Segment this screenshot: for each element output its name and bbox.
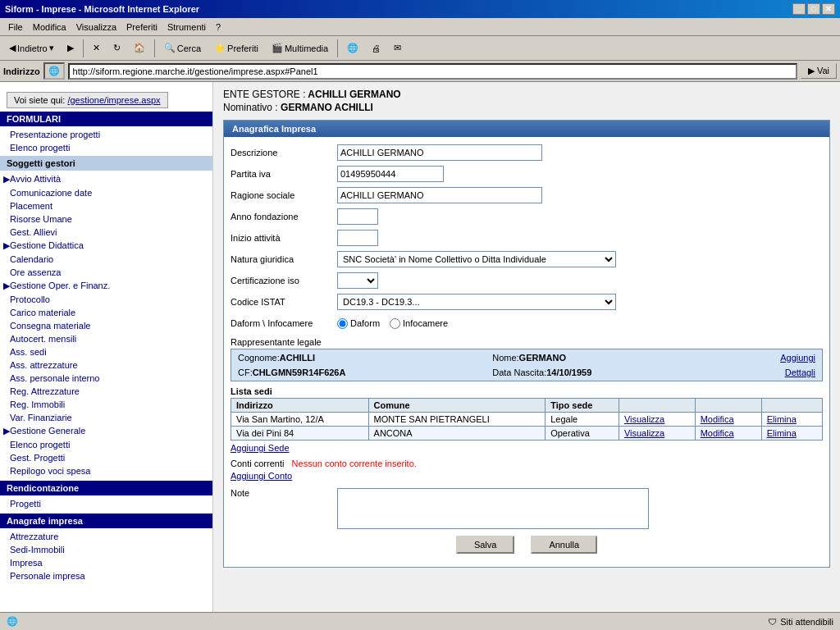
sidebar-item-gestione-generale[interactable]: ▶Gestione Generale: [0, 424, 212, 438]
sidebar-item-placement[interactable]: Placement: [0, 199, 212, 212]
print-button[interactable]: 🖨: [366, 41, 386, 56]
descrizione-input[interactable]: [337, 144, 542, 161]
menu-visualizza[interactable]: Visualizza: [71, 21, 121, 34]
sidebar-item-ore-assenza[interactable]: Ore assenza: [0, 266, 212, 279]
rep-cognome-cell: Cognome:ACHILLI: [233, 351, 486, 364]
sidebar-item-risorse[interactable]: Risorse Umane: [0, 212, 212, 226]
menu-help[interactable]: ?: [211, 21, 226, 34]
forward-button[interactable]: ▶: [62, 40, 80, 56]
sidebar-item-avvio[interactable]: ▶Avvio Attività: [0, 172, 212, 186]
menu-modifica[interactable]: Modifica: [28, 21, 71, 34]
sedi-table-body: Via San Martino, 12/A MONTE SAN PIETRANG…: [231, 413, 823, 441]
aggiungi-conto-link[interactable]: Aggiungi Conto: [231, 471, 292, 481]
visualizza-link-1[interactable]: Visualizza: [624, 414, 664, 424]
sidebar-item-ass-sedi[interactable]: Ass. sedi: [0, 345, 212, 358]
sidebar-item-ass-personale[interactable]: Ass. personale interno: [0, 372, 212, 385]
toolbar-separator: [83, 39, 84, 57]
sidebar-item-sedi-immobili[interactable]: Sedi-Immobili: [0, 543, 212, 556]
sidebar-item-carico[interactable]: Carico materiale: [0, 306, 212, 319]
minimize-button[interactable]: _: [792, 3, 806, 15]
favorites-button[interactable]: ⭐ Preferiti: [208, 40, 264, 56]
back-button[interactable]: ◀ Indietro ▾: [3, 40, 60, 56]
daform-radio-option[interactable]: Daform: [337, 318, 380, 329]
ragione-sociale-input[interactable]: [337, 187, 542, 203]
modifica-link-1[interactable]: Modifica: [701, 414, 734, 424]
address-input[interactable]: [68, 63, 797, 80]
visualizza-link-2[interactable]: Visualizza: [624, 428, 664, 438]
infocamere-radio[interactable]: [390, 318, 400, 329]
certificazione-iso-label: Certificazione iso: [231, 276, 337, 285]
sidebar-item-consegna[interactable]: Consegna materiale: [0, 319, 212, 332]
home-icon: 🏠: [134, 43, 145, 53]
sidebar-item-elenco-progetti-gen[interactable]: Elenco progetti: [0, 438, 212, 451]
toolbar: ◀ Indietro ▾ ▶ ✕ ↻ 🏠 🔍 Cerca ⭐ Preferiti…: [0, 36, 840, 61]
search-button[interactable]: 🔍 Cerca: [158, 40, 207, 56]
sidebar-item-elenco-progetti[interactable]: Elenco progetti: [0, 141, 212, 154]
daform-label: Daform \ Infocamere: [231, 318, 337, 328]
rep-aggiungi-link[interactable]: Aggiungi: [780, 353, 815, 363]
daform-radio[interactable]: [337, 318, 348, 329]
aggiungi-sede-link[interactable]: Aggiungi Sede: [231, 443, 290, 453]
sidebar-item-comunicazione[interactable]: Comunicazione date: [0, 186, 212, 199]
sidebar-item-ass-attrezzature[interactable]: Ass. attrezzature: [0, 358, 212, 372]
partita-iva-input[interactable]: [337, 166, 444, 182]
sidebar-item-progetti-rend[interactable]: Progetti: [0, 497, 212, 510]
multimedia-button[interactable]: 🎬 Multimedia: [266, 40, 334, 56]
sidebar-item-personale[interactable]: Personale impresa: [0, 569, 212, 582]
descrizione-row: Descrizione: [231, 144, 823, 162]
mail-icon: ✉: [394, 43, 401, 53]
status-zone: 🛡 Siti attendibili: [768, 617, 833, 627]
menu-preferiti[interactable]: Preferiti: [121, 21, 162, 34]
close-button[interactable]: ✕: [822, 3, 835, 15]
sidebar-item-impresa[interactable]: Impresa: [0, 556, 212, 569]
rep-dettagli-link[interactable]: Dettagli: [785, 368, 815, 377]
sidebar-item-gestione-oper[interactable]: ▶Gestione Oper. e Finanz.: [0, 279, 212, 293]
sidebar-item-allievi[interactable]: Gest. Allievi: [0, 226, 212, 239]
annulla-button[interactable]: Annulla: [531, 536, 597, 554]
refresh-button[interactable]: ↻: [107, 40, 126, 56]
menu-bar: File Modifica Visualizza Preferiti Strum…: [0, 18, 840, 36]
sidebar-item-gest-progetti[interactable]: Gest. Progetti: [0, 451, 212, 464]
rep-cf-cell: CF:CHLGMN59R14F626A: [233, 366, 486, 379]
sidebar-item-presentazione[interactable]: Presentazione progetti: [0, 128, 212, 141]
sidebar-item-attrezzature[interactable]: Attrezzature: [0, 530, 212, 543]
elimina-link-2[interactable]: Elimina: [767, 428, 797, 438]
codice-istat-select[interactable]: DC19.3 - DC19.3...: [337, 294, 616, 310]
maximize-button[interactable]: □: [807, 3, 820, 15]
breadcrumb-path[interactable]: /gestione/imprese.aspx: [67, 95, 160, 105]
toolbar-separator-3: [337, 39, 338, 57]
elimina-link-1[interactable]: Elimina: [767, 414, 797, 424]
infocamere-radio-option[interactable]: Infocamere: [390, 318, 448, 329]
home-button[interactable]: 🏠: [128, 40, 151, 56]
anno-fondazione-input[interactable]: [337, 208, 378, 225]
sidebar-item-autocert[interactable]: Autocert. mensili: [0, 332, 212, 345]
sidebar-item-var-finanziarie[interactable]: Var. Finanziarie: [0, 411, 212, 424]
ente-gestore: ENTE GESTORE : ACHILLI GERMANO: [223, 89, 830, 100]
note-textarea[interactable]: [337, 488, 649, 529]
go-button[interactable]: ▶ Vai: [801, 63, 837, 79]
partita-iva-row: Partita iva: [231, 165, 823, 183]
col-elimina: [761, 399, 822, 413]
forward-icon: ▶: [67, 43, 74, 53]
sidebar-item-repilogo[interactable]: Repilogo voci spesa: [0, 464, 212, 477]
inizio-attivita-input[interactable]: [337, 230, 378, 246]
sidebar-item-calendario[interactable]: Calendario: [0, 253, 212, 266]
mail-button[interactable]: ✉: [388, 40, 407, 56]
page-header: ENTE GESTORE : ACHILLI GERMANO Nominativ…: [223, 89, 830, 113]
modifica-link-2[interactable]: Modifica: [701, 428, 734, 438]
globe-button[interactable]: 🌐: [341, 40, 364, 56]
sidebar-item-gestione-didattica[interactable]: ▶Gestione Didattica: [0, 239, 212, 253]
sidebar-section-soggetti: Soggetti gestori: [0, 156, 212, 171]
stop-button[interactable]: ✕: [87, 40, 106, 56]
salva-button[interactable]: Salva: [456, 536, 515, 554]
sidebar-item-reg-attrezzature[interactable]: Reg. Attrezzature: [0, 385, 212, 398]
menu-file[interactable]: File: [3, 21, 28, 34]
natura-giuridica-select[interactable]: SNC Società' in Nome Collettivo o Ditta …: [337, 251, 616, 267]
siti-attendibili-label: Siti attendibili: [780, 617, 833, 627]
sidebar-item-reg-immobili[interactable]: Reg. Immobili: [0, 398, 212, 411]
menu-strumenti[interactable]: Strumenti: [162, 21, 211, 34]
sidebar-item-protocollo[interactable]: Protocollo: [0, 293, 212, 306]
table-row: Via dei Pini 84 ANCONA Operativa Visuali…: [231, 427, 823, 441]
rep-nascita-value: 14/10/1959: [546, 368, 591, 377]
certificazione-iso-select[interactable]: [337, 272, 378, 289]
